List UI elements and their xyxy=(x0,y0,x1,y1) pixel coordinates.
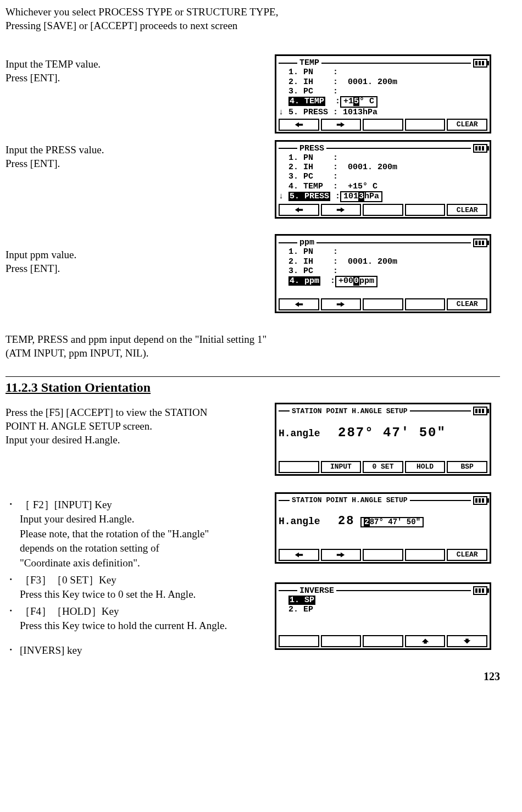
softkey-input[interactable]: INPUT xyxy=(321,461,362,473)
softkey-empty[interactable] xyxy=(279,635,319,647)
ppm-instruction: Input ppm value. Press [ENT]. xyxy=(5,234,275,275)
softkey-right-arrow[interactable] xyxy=(321,204,362,216)
softkey-hold[interactable]: HOLD xyxy=(405,461,446,473)
softkey-clear[interactable]: CLEAR xyxy=(447,549,487,561)
softkey-left-arrow[interactable] xyxy=(279,549,319,561)
lcd-title: PRESS xyxy=(299,144,324,153)
svg-marker-9 xyxy=(464,638,471,643)
lcd-title: TEMP xyxy=(299,58,319,68)
softkey-empty[interactable] xyxy=(405,549,446,561)
lcd-title: STATION POINT H.ANGLE SETUP xyxy=(292,496,408,504)
softkey-empty[interactable] xyxy=(363,298,403,310)
svg-marker-4 xyxy=(295,302,303,307)
lcd-title: ppm xyxy=(299,238,314,247)
temp-instruction: Input the TEMP value. Press [ENT]. xyxy=(5,54,275,85)
softkey-left-arrow[interactable] xyxy=(279,298,319,310)
softkey-empty[interactable] xyxy=(321,635,362,647)
intro-text: Whichever you select PROCESS TYPE or STR… xyxy=(5,5,500,32)
softkey-down-arrow[interactable] xyxy=(447,635,487,647)
softkey-right-arrow[interactable] xyxy=(321,298,362,310)
battery-icon xyxy=(473,407,487,415)
svg-marker-8 xyxy=(421,638,429,643)
intro-line1: Whichever you select PROCESS TYPE or STR… xyxy=(5,5,500,19)
bullet-invers: ・ [INVERS] key xyxy=(5,643,275,658)
lcd-temp-screen: TEMP 1. PN : 2. IH : 0001. 200m 3. PC : … xyxy=(275,54,491,134)
softkey-clear[interactable]: CLEAR xyxy=(447,119,487,131)
softkey-empty[interactable] xyxy=(363,119,403,131)
svg-marker-3 xyxy=(337,208,345,213)
svg-marker-6 xyxy=(295,552,303,557)
lcd-hangle1-screen: STATION POINT H.ANGLE SETUP H.angle 287°… xyxy=(275,403,491,475)
softkey-empty[interactable] xyxy=(363,204,403,216)
softkey-empty[interactable] xyxy=(363,549,403,561)
svg-marker-5 xyxy=(337,302,345,307)
svg-marker-0 xyxy=(295,122,303,127)
battery-icon xyxy=(473,238,487,247)
lcd-inverse-screen: INVERSE 1. SP 2. EP xyxy=(275,582,491,650)
bullet-f2: ・ ［ F2］[INPUT] Key xyxy=(5,498,275,513)
softkey-right-arrow[interactable] xyxy=(321,119,362,131)
bullet-f3: ・ ［F3］［0 SET］Key xyxy=(5,573,275,588)
softkey-empty[interactable] xyxy=(405,119,446,131)
softkey-right-arrow[interactable] xyxy=(321,549,362,561)
battery-icon xyxy=(473,144,487,153)
softkey-left-arrow[interactable] xyxy=(279,119,319,131)
lcd-ppm-screen: ppm 1. PN : 2. IH : 0001. 200m 3. PC : 4… xyxy=(275,234,491,313)
softkey-empty[interactable] xyxy=(279,461,319,473)
svg-marker-1 xyxy=(337,122,345,127)
battery-icon xyxy=(473,586,487,595)
battery-icon xyxy=(473,59,487,68)
battery-icon xyxy=(473,496,487,505)
softkey-empty[interactable] xyxy=(363,635,403,647)
bullet-f4: ・ ［F4］［HOLD］Key xyxy=(5,604,275,619)
softkey-up-arrow[interactable] xyxy=(405,635,446,647)
orientation-instruction: Press the [F5] [ACCEPT] to view the STAT… xyxy=(5,403,275,447)
softkey-0set[interactable]: 0 SET xyxy=(363,461,403,473)
page-number: 123 xyxy=(5,670,500,683)
softkey-bsp[interactable]: BSP xyxy=(447,461,487,473)
softkey-clear[interactable]: CLEAR xyxy=(447,298,487,310)
softkey-left-arrow[interactable] xyxy=(279,204,319,216)
section-heading: 11.2.3 Station Orientation xyxy=(5,380,500,395)
mid-note: TEMP, PRESS and ppm input depend on the … xyxy=(5,333,500,360)
softkey-empty[interactable] xyxy=(405,298,446,310)
press-instruction: Input the PRESS value. Press [ENT]. xyxy=(5,140,275,170)
lcd-title: STATION POINT H.ANGLE SETUP xyxy=(292,407,408,415)
section-divider xyxy=(5,376,500,377)
lcd-press-screen: PRESS 1. PN : 2. IH : 0001. 200m 3. PC :… xyxy=(275,140,491,219)
intro-line2: Pressing [SAVE] or [ACCEPT] proceeds to … xyxy=(5,19,500,33)
softkey-empty[interactable] xyxy=(405,204,446,216)
lcd-hangle2-screen: STATION POINT H.ANGLE SETUP H.angle 28 2… xyxy=(275,492,491,564)
lcd-title: INVERSE xyxy=(299,586,334,596)
softkey-clear[interactable]: CLEAR xyxy=(447,204,487,216)
svg-marker-2 xyxy=(295,208,303,213)
svg-marker-7 xyxy=(337,552,345,557)
